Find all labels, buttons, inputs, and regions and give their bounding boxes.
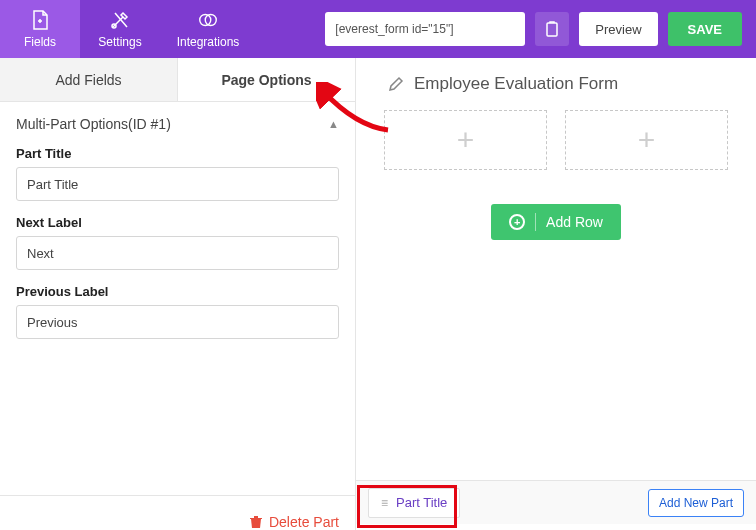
left-sidebar: Add Fields Page Options Multi-Part Optio… <box>0 58 356 530</box>
drag-handle-icon: ≡ <box>381 496 388 510</box>
nav-tab-integrations[interactable]: Integrations <box>160 0 256 58</box>
add-row-label: Add Row <box>546 214 603 230</box>
preview-button[interactable]: Preview <box>579 12 657 46</box>
preview-button-label: Preview <box>595 22 641 37</box>
nav-tab-fields[interactable]: Fields <box>0 0 80 58</box>
nav-tab-integrations-label: Integrations <box>177 35 240 49</box>
previous-label-label: Previous Label <box>16 284 339 299</box>
top-nav: Fields Settings Integrations [everest_fo… <box>0 0 756 58</box>
form-title[interactable]: Employee Evaluation Form <box>414 74 618 94</box>
tab-page-options[interactable]: Page Options <box>178 58 355 102</box>
next-label-input[interactable] <box>16 236 339 270</box>
save-button-label: SAVE <box>688 22 722 37</box>
add-new-part-button[interactable]: Add New Part <box>648 489 744 517</box>
separator <box>535 213 536 231</box>
nav-tab-settings[interactable]: Settings <box>80 0 160 58</box>
delete-part-button[interactable]: Delete Part <box>0 496 355 530</box>
tools-icon <box>109 9 131 31</box>
nav-tab-fields-label: Fields <box>24 35 56 49</box>
drop-zone-1[interactable]: + <box>384 110 547 170</box>
tab-add-fields[interactable]: Add Fields <box>0 58 178 102</box>
part-title-label: Part Title <box>16 146 339 161</box>
save-button[interactable]: SAVE <box>668 12 742 46</box>
multipart-accordion-header[interactable]: Multi-Part Options(ID #1) ▲ <box>16 102 339 146</box>
pencil-icon[interactable] <box>388 76 404 92</box>
svg-rect-3 <box>547 23 557 36</box>
trash-icon <box>249 515 263 529</box>
tab-add-fields-label: Add Fields <box>55 72 121 88</box>
form-canvas: Employee Evaluation Form + + + Add Row ≡… <box>356 58 756 530</box>
delete-part-label: Delete Part <box>269 514 339 530</box>
copy-shortcode-button[interactable] <box>535 12 569 46</box>
clipboard-icon <box>544 20 560 38</box>
part-tab-label: Part Title <box>396 495 447 510</box>
part-tab[interactable]: ≡ Part Title <box>368 488 460 518</box>
previous-label-input[interactable] <box>16 305 339 339</box>
drop-zone-2[interactable]: + <box>565 110 728 170</box>
next-label-label: Next Label <box>16 215 339 230</box>
nav-tab-settings-label: Settings <box>98 35 141 49</box>
part-title-input[interactable] <box>16 167 339 201</box>
tab-page-options-label: Page Options <box>221 72 311 88</box>
add-new-part-label: Add New Part <box>659 496 733 510</box>
shortcode-text: [everest_form id="15"] <box>335 22 453 36</box>
file-icon <box>29 9 51 31</box>
shortcode-display[interactable]: [everest_form id="15"] <box>325 12 525 46</box>
caret-up-icon: ▲ <box>328 118 339 130</box>
plus-icon: + <box>457 123 475 157</box>
plus-circle-icon: + <box>509 214 525 230</box>
accordion-title: Multi-Part Options(ID #1) <box>16 116 171 132</box>
add-row-button[interactable]: + Add Row <box>491 204 621 240</box>
plus-icon: + <box>638 123 656 157</box>
integrations-icon <box>197 9 219 31</box>
parts-bar: ≡ Part Title Add New Part <box>356 480 756 524</box>
